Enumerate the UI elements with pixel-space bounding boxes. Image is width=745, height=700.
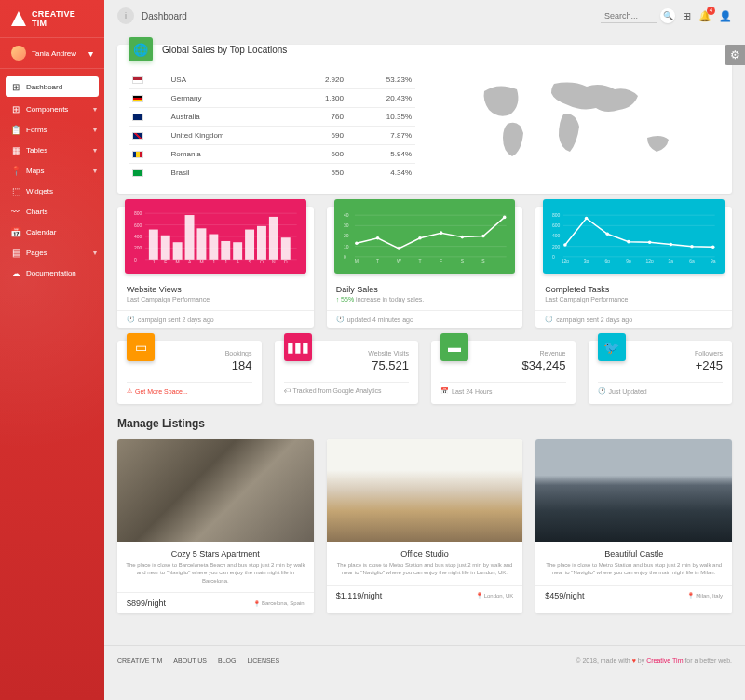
- global-sales-card: 🌐 Global Sales by Top Locations USA2.920…: [117, 45, 732, 194]
- apps-button[interactable]: ⊞: [683, 10, 691, 22]
- listing-location: 📍Barcelona, Spain: [253, 600, 305, 607]
- table-row[interactable]: Germany1.30020.43%: [129, 89, 415, 108]
- stat-followers: 🐦 Followers+245 🕐Just Updated: [589, 341, 733, 404]
- calendar-icon: 📅: [11, 227, 20, 236]
- pin-icon: 📍: [11, 166, 20, 175]
- notifications-button[interactable]: 🔔4: [698, 10, 711, 22]
- chevron-down-icon: ▾: [93, 167, 97, 175]
- tag-icon: 🏷: [284, 387, 291, 394]
- flag-br-icon: [132, 169, 143, 177]
- user-profile[interactable]: Tania Andrew ▾: [0, 38, 104, 69]
- svg-text:20: 20: [344, 234, 349, 238]
- svg-text:600: 600: [134, 223, 142, 228]
- search-input[interactable]: [601, 9, 657, 23]
- flag-de-icon: [132, 95, 143, 102]
- svg-text:200: 200: [134, 246, 142, 250]
- search: 🔍: [601, 8, 675, 23]
- chevron-down-icon: ▾: [88, 48, 93, 59]
- listing-card[interactable]: Beautiful CastleThe place is close to Me…: [535, 439, 732, 613]
- table-row[interactable]: Australia76010.35%: [129, 108, 415, 127]
- svg-point-46: [375, 236, 379, 240]
- stat-footer: 🏷Tracked from Google Analytics: [284, 382, 410, 394]
- table-row[interactable]: USA2.92053.23%: [129, 71, 415, 89]
- nav-label: Maps: [26, 167, 45, 175]
- listing-desc: The place is close to Metro Station and …: [334, 561, 516, 577]
- table-row[interactable]: Romania6005.94%: [129, 145, 415, 164]
- svg-text:6a: 6a: [690, 259, 696, 263]
- stat-footer[interactable]: ⚠Get More Space...: [127, 382, 252, 395]
- svg-text:N: N: [272, 260, 276, 264]
- svg-point-48: [397, 247, 400, 250]
- footer-link[interactable]: CREATIVE TIM: [117, 657, 162, 664]
- svg-point-69: [563, 243, 567, 247]
- svg-text:9a: 9a: [711, 259, 716, 263]
- footer-link[interactable]: LICENSES: [247, 657, 279, 664]
- svg-point-79: [670, 243, 673, 247]
- settings-fab[interactable]: ⚙: [725, 45, 745, 65]
- sidebar: CREATIVE TIM Tania Andrew ▾ ⊞Dashboard ⊞…: [0, 0, 104, 700]
- nav-pages[interactable]: ▤Pages▾: [0, 242, 104, 262]
- stat-footer: 🕐Just Updated: [598, 382, 724, 395]
- table-row[interactable]: Brasil5504.34%: [129, 164, 415, 182]
- nav-documentation[interactable]: ☁Documentation: [0, 262, 104, 283]
- svg-rect-26: [245, 230, 254, 260]
- footer-link[interactable]: ABOUT US: [173, 657, 207, 664]
- listing-title: Cozy 5 Stars Apartment: [125, 549, 306, 559]
- nav-forms[interactable]: 📋Forms▾: [0, 119, 104, 140]
- store-icon: ▬: [440, 333, 468, 361]
- svg-text:12p: 12p: [646, 259, 655, 263]
- page-title: Dashboard: [142, 11, 187, 21]
- listing-image: [327, 439, 523, 542]
- nav-dashboard[interactable]: ⊞Dashboard: [6, 76, 99, 97]
- nav-charts[interactable]: 〰Charts: [0, 201, 104, 222]
- stat-bookings: ▭ Bookings184 ⚠Get More Space...: [117, 341, 262, 404]
- svg-point-77: [648, 240, 652, 244]
- globe-icon: 🌐: [129, 37, 153, 61]
- svg-text:J: J: [153, 260, 156, 264]
- clock-icon: 🕐: [598, 387, 606, 395]
- profile-button[interactable]: 👤: [719, 10, 732, 22]
- chevron-down-icon: ▾: [93, 105, 97, 114]
- footer-brand-link[interactable]: Creative Tim: [646, 657, 683, 664]
- chart-footer: 🕐campaign sent 2 days ago: [117, 310, 314, 328]
- listing-location: 📍London, UK: [476, 592, 514, 599]
- topbar: i Dashboard 🔍 ⊞ 🔔4 👤: [104, 0, 745, 32]
- flag-us-icon: [132, 76, 143, 84]
- brand[interactable]: CREATIVE TIM: [0, 0, 104, 38]
- flag-gb-icon: [132, 132, 143, 140]
- world-map[interactable]: [434, 56, 721, 182]
- svg-point-54: [460, 236, 464, 239]
- chart-subtitle: ↑ 55% increase in today sales.: [336, 296, 514, 303]
- svg-point-75: [628, 240, 631, 244]
- nav-label: Tables: [26, 146, 47, 155]
- svg-text:M: M: [354, 259, 358, 263]
- gear-icon: ⚙: [730, 48, 740, 61]
- nav-widgets[interactable]: ⬚Widgets: [0, 181, 104, 201]
- svg-point-50: [418, 236, 422, 240]
- svg-text:12p: 12p: [562, 259, 570, 263]
- pin-icon: 📍: [476, 592, 482, 599]
- clock-icon: 🕐: [336, 316, 345, 323]
- svg-rect-18: [196, 228, 206, 260]
- listing-card[interactable]: Office StudioThe place is close to Metro…: [327, 439, 523, 613]
- listing-card[interactable]: Cozy 5 Stars ApartmentThe place is close…: [117, 439, 314, 613]
- table-row[interactable]: United Kingdom6907.87%: [129, 127, 415, 145]
- cloud-icon: ☁: [11, 268, 20, 277]
- nav-tables[interactable]: ▦Tables▾: [0, 140, 104, 160]
- search-button[interactable]: 🔍: [660, 8, 675, 23]
- footer-link[interactable]: BLOG: [218, 657, 236, 664]
- chart-canvas[interactable]: 0200400600800JFMAMJJASOND: [125, 199, 306, 274]
- chart-canvas[interactable]: 020040060080012p3p6p9p12p3a6a9a: [543, 199, 725, 274]
- svg-text:0: 0: [552, 255, 555, 260]
- svg-point-71: [585, 217, 589, 221]
- chart-canvas[interactable]: 010203040MTWTFSS: [334, 199, 516, 274]
- svg-text:30: 30: [344, 223, 349, 228]
- chevron-down-icon: ▾: [93, 249, 97, 257]
- nav-components[interactable]: ⊞Components▾: [0, 99, 104, 119]
- svg-text:400: 400: [134, 235, 142, 239]
- nav-calendar[interactable]: 📅Calendar: [0, 222, 104, 242]
- svg-point-83: [711, 245, 715, 249]
- svg-rect-20: [209, 235, 218, 260]
- nav-maps[interactable]: 📍Maps▾: [0, 160, 104, 181]
- svg-text:6p: 6p: [605, 259, 611, 263]
